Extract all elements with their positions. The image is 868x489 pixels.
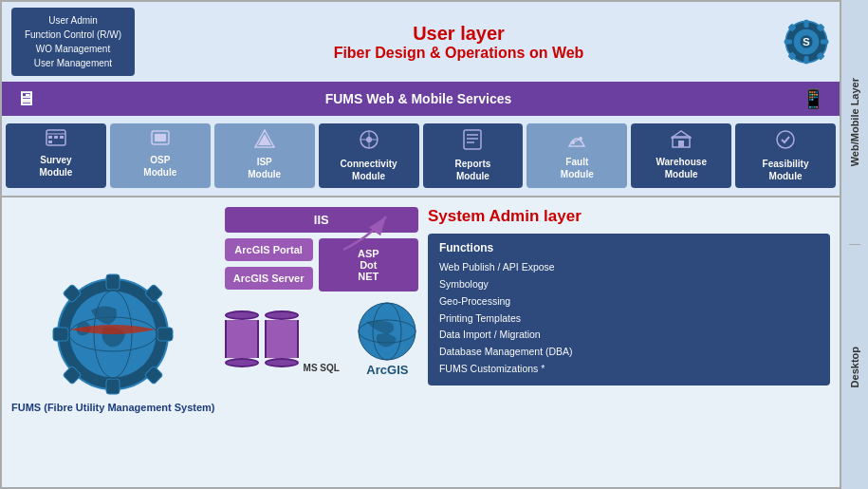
arcgis-server-label: ArcGIS Server <box>233 273 305 284</box>
svg-rect-42 <box>157 328 173 341</box>
user-admin-box: User Admin Function Control (R/W) WO Man… <box>11 8 135 76</box>
user-layer-heading1: User layer <box>135 23 783 45</box>
connectivity-label: ConnectivityModule <box>341 158 397 182</box>
svg-rect-40 <box>106 379 120 394</box>
settings-gear-icon: S <box>783 18 830 66</box>
feasibility-label: FeasibilityModule <box>763 158 809 182</box>
arcgis-portal-label: ArcGIS Portal <box>234 244 303 255</box>
isp-label: ISPModule <box>248 156 281 180</box>
db-cylinder-2 <box>265 310 299 367</box>
arcgis-brand-label: ArcGIS <box>366 363 408 377</box>
svg-point-25 <box>366 137 372 142</box>
user-layer-heading2: Fiber Design & Operations on Web <box>135 45 783 62</box>
fault-label: FaultModule <box>561 156 594 180</box>
user-admin-line4: User Management <box>21 56 125 70</box>
fault-icon <box>566 129 587 153</box>
svg-rect-16 <box>60 136 64 139</box>
sysadmin-title: System Admin layer <box>428 207 830 226</box>
user-admin-line2: Function Control (R/W) <box>21 28 125 42</box>
user-admin-line1: User Admin <box>21 13 125 28</box>
side-label-top: Web/Mobile Layer <box>849 0 860 245</box>
osp-label: OSPModule <box>143 154 176 179</box>
isp-icon <box>254 129 275 153</box>
asp-box: ASPDotNET <box>319 238 418 292</box>
fums-bar-text: FUMS Web & Mobile Services <box>35 91 802 106</box>
module-isp[interactable]: ISPModule <box>214 123 315 188</box>
function-item-7: FUMS Customizations * <box>439 361 819 378</box>
function-item-3: Geo-Processing <box>439 293 819 310</box>
bottom-section: FUMS (Fibre Utility Management System) I… <box>2 197 840 487</box>
side-label-bottom: Desktop <box>849 245 860 489</box>
system-area: IIS ArcGIS Portal ArcGIS Server ASPDotNE… <box>225 207 418 478</box>
warehouse-label: WarehouseModule <box>656 156 707 180</box>
svg-rect-39 <box>106 274 120 290</box>
functions-list: Web Publish / API ExposeSymbologyGeo-Pro… <box>439 259 819 378</box>
main-content: User Admin Function Control (R/W) WO Man… <box>0 0 841 489</box>
arcgis-portal-box: ArcGIS Portal <box>225 238 313 261</box>
svg-rect-15 <box>54 136 58 139</box>
asp-label: ASPDotNET <box>358 248 379 282</box>
reports-icon <box>463 129 482 155</box>
module-fault[interactable]: FaultModule <box>526 123 627 188</box>
svg-rect-4 <box>804 56 809 64</box>
svg-rect-3 <box>804 20 809 28</box>
feasibility-icon <box>775 129 796 155</box>
osp-icon <box>150 129 171 151</box>
web-mobile-layer-label: Web/Mobile Layer <box>849 72 860 172</box>
functions-title: Functions <box>439 241 819 254</box>
user-admin-line3: WO Management <box>21 42 125 56</box>
mobile-icon: 📱 <box>802 87 825 110</box>
ms-sql-label: MS SQL <box>304 363 340 373</box>
function-item-6: Database Management (DBA) <box>439 344 819 361</box>
globe-gear-logo <box>51 273 175 396</box>
module-connectivity[interactable]: ConnectivityModule <box>319 123 419 188</box>
top-section: User Admin Function Control (R/W) WO Man… <box>2 2 840 197</box>
fums-caption: FUMS (Fibre Utility Management System) <box>11 402 215 413</box>
db-cylinders <box>225 310 299 367</box>
desktop-label: Desktop <box>849 341 860 393</box>
functions-box: Functions Web Publish / API ExposeSymbol… <box>428 234 830 386</box>
modules-row: SurveyModule OSPModule ISPModule <box>2 116 840 196</box>
module-reports[interactable]: ReportsModule <box>423 123 524 188</box>
svg-rect-17 <box>48 141 52 143</box>
sysadmin-area: System Admin layer Functions Web Publish… <box>428 207 830 478</box>
db-row: MS SQL ArcGIS <box>225 301 418 377</box>
outer-wrapper: User Admin Function Control (R/W) WO Man… <box>0 0 868 489</box>
fums-bar: 🖥 FUMS Web & Mobile Services 📱 <box>2 82 840 116</box>
arcgis-boxes: ArcGIS Portal ArcGIS Server ASPDotNET <box>225 238 418 292</box>
function-item-5: Data Import / Migration <box>439 327 819 344</box>
module-osp[interactable]: OSPModule <box>110 123 211 188</box>
survey-icon <box>46 129 66 151</box>
arcgis-globe-icon <box>357 301 418 363</box>
svg-rect-6 <box>821 40 828 45</box>
module-feasibility[interactable]: FeasibilityModule <box>735 123 836 188</box>
monitor-icon: 🖥 <box>16 88 35 110</box>
survey-label: SurveyModule <box>39 154 72 179</box>
svg-text:S: S <box>803 35 810 47</box>
svg-rect-41 <box>53 328 68 341</box>
module-survey[interactable]: SurveyModule <box>6 123 106 188</box>
svg-point-36 <box>777 131 794 148</box>
iis-label: IIS <box>314 213 329 227</box>
arcgis-server-box: ArcGIS Server <box>225 267 313 290</box>
side-label: Web/Mobile Layer Desktop <box>841 0 868 489</box>
arcgis-col: ArcGIS Portal ArcGIS Server <box>225 238 313 292</box>
function-item-4: Printing Templates <box>439 310 819 328</box>
svg-rect-5 <box>785 40 792 45</box>
function-item-1: Web Publish / API Expose <box>439 259 819 276</box>
connectivity-icon <box>359 129 379 155</box>
user-layer-header: User Admin Function Control (R/W) WO Man… <box>2 2 840 82</box>
svg-rect-26 <box>464 130 481 149</box>
user-layer-title: User layer Fiber Design & Operations on … <box>135 23 783 62</box>
warehouse-icon <box>671 129 692 153</box>
iis-box: IIS <box>225 207 418 233</box>
svg-point-32 <box>579 137 582 141</box>
svg-point-31 <box>571 141 575 144</box>
svg-rect-19 <box>155 134 166 141</box>
fums-logo-area: FUMS (Fibre Utility Management System) <box>11 207 215 478</box>
svg-rect-14 <box>48 136 52 139</box>
db-cylinder-1 <box>225 310 259 367</box>
reports-label: ReportsModule <box>455 158 491 182</box>
module-warehouse[interactable]: WarehouseModule <box>631 123 731 188</box>
function-item-2: Symbology <box>439 276 819 293</box>
